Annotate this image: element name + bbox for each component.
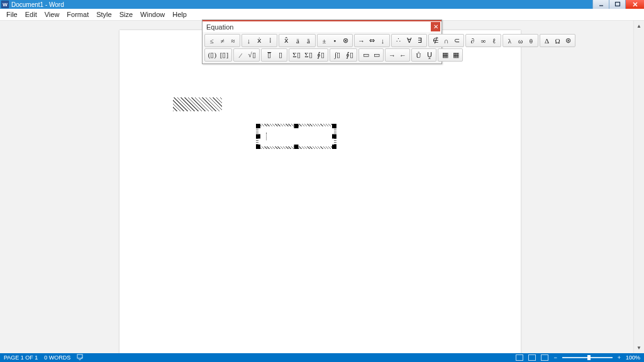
equation-symbol-button[interactable]: ⊗ [341,35,350,46]
window-title: Document1 - Word [11,1,64,8]
zoom-out-button[interactable]: − [553,354,557,361]
view-printlayout-icon[interactable] [528,354,536,361]
equation-symbol-button[interactable]: Ṷ [425,50,434,60]
equation-symbol-button[interactable]: ℓ [489,35,499,46]
menu-window[interactable]: Window [136,9,169,19]
equation-toolbar-window[interactable]: Equation ✕ ≤≠≈↓ẋ⁞x̂āã±•⊗→⇔↓∴∀∃∉∩⊂∂∞ℓλωθΔ… [202,19,442,64]
equation-symbol-button[interactable]: Ů [414,50,423,60]
document-page[interactable] [119,30,521,353]
menu-help[interactable]: Help [169,9,191,19]
equation-toolbar-group: ▦▦ [438,48,463,62]
zoom-slider-knob[interactable] [587,355,591,360]
equation-symbol-button[interactable]: ∮▯ [344,50,355,60]
menu-edit[interactable]: Edit [21,9,41,19]
zoom-slider[interactable] [562,357,613,358]
spellcheck-icon[interactable] [77,354,84,361]
equation-symbol-button[interactable]: ▦ [440,50,450,60]
scroll-down-icon[interactable]: ▼ [634,343,644,353]
equation-symbol-button[interactable]: ∮▯ [315,50,326,60]
equation-symbol-button[interactable]: ▭ [372,50,381,60]
equation-toolbar-group: ±•⊗ [317,34,353,47]
equation-symbol-button[interactable]: ▦ [451,50,460,60]
status-words[interactable]: 0 WORDS [44,354,70,361]
resize-handle-ml[interactable] [256,134,260,139]
equation-symbol-button[interactable]: ▯ [275,50,285,60]
equation-symbol-button[interactable]: ā [293,35,303,46]
equation-toolbar-group: ΔΩ⊛ [540,34,575,47]
equation-toolbar-group: ∉∩⊂ [428,34,464,47]
equation-symbol-button[interactable]: ← [398,50,408,60]
scroll-up-icon[interactable]: ▲ [634,21,644,31]
equation-symbol-button[interactable]: ω [516,35,525,46]
equation-symbol-button[interactable]: ▭ [361,50,370,60]
equation-symbol-button[interactable]: • [330,35,340,46]
menu-size[interactable]: Size [116,9,136,19]
equation-symbol-button[interactable]: ∃ [415,35,425,46]
equation-symbol-button[interactable]: ∞ [479,35,488,46]
menu-format[interactable]: Format [63,9,92,19]
resize-handle-bl[interactable] [256,145,260,149]
equation-symbol-button[interactable]: (▯) [207,50,218,60]
equation-symbol-button[interactable]: x̂ [281,35,292,46]
view-weblayout-icon[interactable] [541,354,548,361]
equation-symbol-button[interactable]: ± [319,35,329,46]
equation-symbol-button[interactable]: ▯̅ [264,50,274,60]
equation-toolbar-title: Equation [206,23,233,31]
resize-handle-tm[interactable] [294,124,299,128]
status-page[interactable]: PAGE 1 OF 1 [4,354,38,361]
equation-symbol-button[interactable]: ⁞ [265,35,275,46]
menu-style[interactable]: Style [92,9,115,19]
equation-symbol-button[interactable]: ⁄ [236,50,245,60]
equation-symbol-button[interactable]: → [357,35,366,46]
equation-symbol-button[interactable]: ∀ [404,35,414,46]
equation-symbol-button[interactable]: ⊛ [564,35,573,46]
equation-symbol-button[interactable]: θ [526,35,536,46]
equation-symbol-button[interactable]: √▯ [247,50,257,60]
resize-handle-tl[interactable] [256,124,260,128]
equation-symbol-button[interactable]: → [387,50,397,60]
equation-symbol-button[interactable]: Δ [542,35,552,46]
equation-toolbar-group: ⁄√▯ [233,48,260,62]
equation-toolbar-close-button[interactable]: ✕ [431,22,440,31]
equation-symbol-button[interactable]: ã [304,35,313,46]
equation-symbol-button[interactable]: Σ▯ [291,50,302,60]
equation-symbol-button[interactable]: ↓ [244,35,253,46]
resize-handle-mr[interactable] [332,134,336,139]
equation-symbol-button[interactable]: λ [505,35,514,46]
minimize-button[interactable] [592,0,609,9]
equation-symbol-button[interactable]: ≤ [207,35,216,46]
equation-toolbar-titlebar[interactable]: Equation ✕ [203,20,441,32]
equation-symbol-button[interactable]: ∫▯ [332,50,343,60]
menu-view[interactable]: View [41,9,64,19]
equation-toolbar-group: ≤≠≈ [204,34,240,47]
scroll-track[interactable] [634,31,644,343]
equation-edit-area[interactable] [258,126,334,146]
equation-symbol-button[interactable]: [▯] [219,50,230,60]
equation-symbol-button[interactable]: ↓ [378,35,387,46]
equation-symbol-button[interactable]: ≈ [228,35,238,46]
equation-symbol-button[interactable]: ẋ [255,35,264,46]
hatched-shape[interactable] [173,97,222,111]
zoom-in-button[interactable]: + [618,354,621,361]
resize-handle-tr[interactable] [332,124,336,128]
vertical-scrollbar[interactable]: ▲ ▼ [633,21,644,353]
maximize-button[interactable] [609,0,625,9]
view-readmode-icon[interactable] [516,354,523,361]
resize-handle-br[interactable] [332,145,336,149]
equation-symbol-button[interactable]: ∩ [441,35,451,46]
equation-symbol-button[interactable]: Σ▯ [303,50,314,60]
menu-file[interactable]: File [3,9,21,19]
equation-symbol-button[interactable]: Ω [553,35,562,46]
equation-symbol-button[interactable]: ∂ [468,35,477,46]
equation-symbol-button[interactable]: ∴ [394,35,403,46]
equation-object-selected[interactable] [256,124,336,149]
close-button[interactable] [625,0,644,9]
equation-toolbar-group: ŮṶ [411,48,436,62]
equation-symbol-button[interactable]: ⇔ [367,35,377,46]
zoom-level[interactable]: 100% [626,354,640,361]
resize-handle-bm[interactable] [294,145,299,149]
window-controls [592,0,644,9]
equation-symbol-button[interactable]: ∉ [431,35,440,46]
equation-symbol-button[interactable]: ⊂ [452,35,462,46]
equation-symbol-button[interactable]: ≠ [218,35,227,46]
